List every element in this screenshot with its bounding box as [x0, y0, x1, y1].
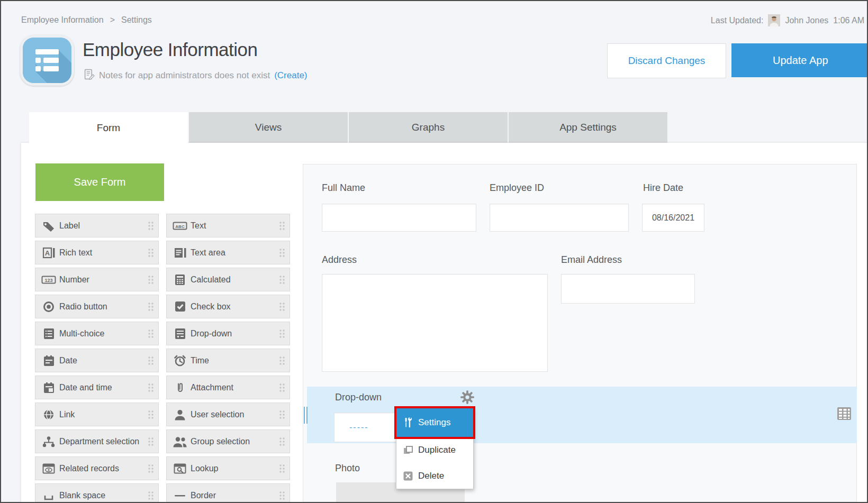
last-updated-user[interactable]: John Jones: [785, 16, 828, 25]
svg-text:123: 123: [44, 278, 52, 283]
app-settings-window: Employee Information > Settings Last Upd…: [0, 0, 868, 503]
settings-tabs: FormViewsGraphsApp Settings: [29, 112, 667, 143]
radio-icon: [40, 300, 57, 313]
hire-date-label: Hire Date: [643, 182, 683, 194]
drag-dots-icon: [279, 463, 285, 474]
settings-tools-icon: [403, 417, 413, 428]
tab-app-settings[interactable]: App Settings: [509, 112, 667, 143]
user-avatar[interactable]: [768, 14, 780, 26]
palette-item-attachment[interactable]: Attachment: [166, 376, 290, 399]
drag-dots-icon: [279, 382, 285, 393]
lookup-icon: [171, 462, 188, 475]
user-icon: [171, 408, 188, 421]
drag-dots-icon: [148, 436, 154, 447]
menu-item-delete[interactable]: Delete: [396, 463, 473, 489]
drag-dots-icon: [148, 221, 154, 231]
svg-text:ABC: ABC: [175, 224, 185, 228]
related-records-icon: [40, 462, 57, 475]
dropdown-field-label: Drop-down: [335, 392, 382, 403]
app-icon: [20, 35, 74, 86]
breadcrumb-separator: >: [110, 15, 115, 25]
link-icon: [40, 408, 57, 421]
palette-item-calculated[interactable]: Calculated: [166, 268, 290, 291]
discard-changes-button[interactable]: Discard Changes: [607, 43, 726, 78]
palette-item-border[interactable]: Border: [166, 483, 290, 503]
palette-item-user-selection[interactable]: User selection: [166, 403, 290, 426]
drag-dots-icon: [279, 328, 285, 339]
hire-date-input[interactable]: [642, 204, 704, 232]
blank-space-icon: [40, 489, 57, 502]
palette-item-date[interactable]: Date: [35, 349, 159, 372]
drag-dots-icon: [148, 463, 154, 474]
palette-item-rich-text[interactable]: A Rich text: [35, 241, 159, 264]
palette-item-department-selection[interactable]: Department selection: [35, 429, 159, 453]
full-name-label: Full Name: [322, 182, 365, 194]
drag-dots-icon: [148, 355, 154, 366]
drag-dots-icon: [279, 301, 285, 312]
palette-item-check-box[interactable]: Check box: [166, 295, 290, 318]
breadcrumb-current-page: Settings: [121, 15, 152, 25]
checkbox-icon: [171, 300, 188, 313]
email-address-input[interactable]: [561, 274, 695, 304]
table-grid-icon[interactable]: [837, 407, 852, 420]
admin-note-text: Notes for app administrators does not ex…: [99, 70, 270, 81]
date-icon: [40, 354, 57, 367]
palette-item-number[interactable]: 123 Number: [35, 268, 159, 291]
attachment-icon: [171, 381, 188, 394]
gear-icon[interactable]: [460, 390, 475, 405]
save-form-button[interactable]: Save Form: [35, 163, 164, 201]
tab-form[interactable]: Form: [29, 112, 188, 144]
drag-dots-icon: [279, 275, 285, 285]
address-textarea[interactable]: [322, 274, 548, 372]
create-note-link[interactable]: (Create): [274, 70, 307, 81]
drag-dots-icon: [148, 409, 154, 420]
last-updated-time: 1:06 AM: [833, 16, 864, 25]
palette-item-blank-space[interactable]: Blank space: [35, 483, 159, 503]
employee-id-input[interactable]: [490, 204, 629, 232]
rich-text-icon: A: [40, 246, 57, 259]
palette-item-group-selection[interactable]: Group selection: [166, 429, 290, 453]
menu-item-duplicate[interactable]: Duplicate: [396, 437, 473, 463]
full-name-input[interactable]: [322, 204, 476, 232]
time-icon: [171, 354, 188, 367]
number-icon: 123: [40, 273, 57, 286]
palette-item-text[interactable]: ABC Text: [166, 214, 290, 237]
palette-item-drop-down[interactable]: Drop-down: [166, 322, 290, 345]
last-updated-area: Last Updated: John Jones 1:06 AM: [711, 14, 864, 26]
drag-dots-icon: [279, 221, 285, 231]
drag-dots-icon: [279, 355, 285, 366]
palette-item-link[interactable]: Link: [35, 403, 159, 426]
field-palette: Label ABC Text A Rich text Text area 123…: [35, 214, 291, 503]
drop-down-icon: [171, 327, 188, 340]
multi-choice-icon: [40, 327, 57, 340]
update-app-button[interactable]: Update App: [731, 43, 868, 77]
palette-item-time[interactable]: Time: [166, 349, 290, 372]
drag-dots-icon: [148, 328, 154, 339]
last-updated-label: Last Updated:: [711, 16, 764, 25]
tag-icon: [40, 220, 57, 232]
calculated-icon: [171, 273, 188, 286]
text-area-icon: [171, 246, 188, 259]
palette-item-text-area[interactable]: Text area: [166, 241, 290, 264]
email-address-label: Email Address: [561, 254, 622, 266]
field-drag-handle[interactable]: [304, 407, 309, 424]
drag-dots-icon: [148, 490, 154, 501]
palette-item-lookup[interactable]: Lookup: [166, 456, 290, 480]
menu-item-settings[interactable]: Settings: [396, 408, 473, 437]
breadcrumb-app-link[interactable]: Employee Information: [21, 15, 104, 25]
drag-dots-icon: [148, 248, 154, 258]
palette-item-label[interactable]: Label: [35, 214, 159, 237]
date-time-icon: [40, 381, 57, 394]
drag-dots-icon: [148, 382, 154, 393]
palette-item-multi-choice[interactable]: Multi-choice: [35, 322, 159, 345]
palette-item-date-and-time[interactable]: Date and time: [35, 376, 159, 399]
address-label: Address: [322, 254, 357, 266]
tab-graphs[interactable]: Graphs: [349, 112, 508, 143]
tab-views[interactable]: Views: [189, 112, 348, 143]
palette-item-related-records[interactable]: Related records: [35, 456, 159, 480]
department-icon: [40, 435, 57, 448]
field-context-menu: Settings Duplicate Delete: [396, 408, 474, 489]
palette-item-radio-button[interactable]: Radio button: [35, 295, 159, 318]
drag-dots-icon: [148, 301, 154, 312]
page-title: Employee Information: [83, 39, 257, 60]
